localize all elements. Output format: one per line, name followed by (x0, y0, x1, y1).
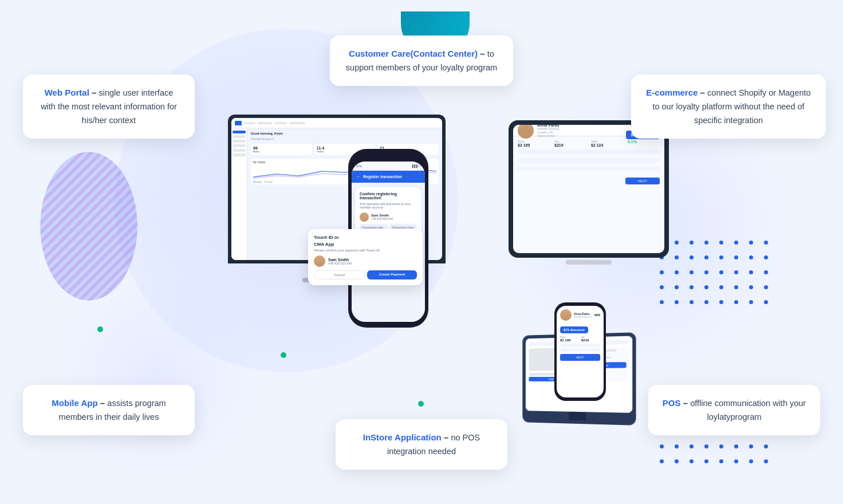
phone-confirm-sub: This operation will add points to your m… (360, 202, 417, 209)
instore-card: InStore Application – no POS integration… (336, 419, 507, 470)
phone-time: 9:41 (356, 164, 362, 168)
db-avg-val: 11.6 min (264, 180, 273, 183)
phone-small-screen: Anna Parks #0409B U320141 695 $75 discou… (557, 306, 604, 397)
db-sidebar-item-3 (233, 140, 246, 143)
ps-discount: $75 discount (560, 326, 588, 333)
popup-user-row: Sam Smith +48 425 533 544 (314, 255, 417, 267)
db-sidebar-item-5 (233, 149, 246, 152)
dashboard-sidebar (231, 128, 247, 260)
db-sidebar-item-6 (233, 153, 246, 156)
crm-price-val: $2 199 (518, 143, 550, 147)
phone-signal-icon: ▐▐▐ ⊓ (411, 164, 420, 168)
ecommerce-card: E-commerce – connect Shopify or Magento … (631, 74, 826, 139)
ps-input-1 (560, 344, 600, 347)
customer-care-title: Customer Care(Contact Center) (349, 49, 478, 58)
mobile-app-card: Mobile App – assists program members in … (23, 385, 195, 435)
popup-avatar (314, 255, 325, 267)
crm-body: Price $2 199 Tax $219 Total $2 124 (513, 136, 664, 188)
web-portal-sep: – (89, 88, 99, 97)
db-stat-active-num: 98 (253, 146, 310, 150)
ps-avatar (560, 309, 572, 321)
ps-points: 695 (594, 313, 600, 317)
phone-back-icon: ← (356, 174, 361, 179)
db-date: Thursday, February 17 (251, 137, 439, 140)
phone-statusbar: 9:41 ▐▐▐ ⊓ (352, 162, 425, 171)
phone-user-row: Sam Smith +48 425 533 544 (360, 212, 417, 222)
crm-input-2 (518, 158, 660, 163)
crm-tax-val: $219 (554, 143, 586, 147)
pos-title: POS (663, 398, 681, 408)
popup-cancel-btn[interactable]: Cancel (314, 270, 365, 279)
svg-point-3 (40, 152, 137, 301)
tablet-screen-inner: Anna Parks #0409B U320141 Country: US St… (513, 125, 664, 253)
green-dot-1 (97, 326, 103, 332)
phone-user-details: Sam Smith +48 425 533 544 (371, 214, 393, 220)
db-logo-icon (235, 121, 242, 125)
tablet-screen: Anna Parks #0409B U320141 Country: US St… (509, 120, 669, 258)
phone-small-mockup: Anna Parks #0409B U320141 695 $75 discou… (554, 302, 606, 401)
instore-title: InStore Application (363, 432, 442, 442)
db-stat-active: 98 Active (251, 144, 312, 155)
pos-sep: – (680, 398, 690, 408)
crm-total-val: $2 124 (591, 143, 623, 147)
ps-input-2 (560, 348, 600, 352)
ecommerce-sep: – (698, 88, 707, 97)
db-sidebar-item-2 (233, 135, 246, 138)
tablet-mockup: Anna Parks #0409B U320141 Country: US St… (509, 120, 669, 265)
phone-user-phone: +48 425 533 544 (371, 217, 393, 220)
phone-header: ← Register transaction (352, 171, 425, 183)
ps-price-row: Price$2 199 Tax$219 (560, 336, 600, 342)
db-greeting: Good morning, Kevin (251, 132, 439, 135)
mobile-app-title: Mobile App (52, 398, 97, 408)
dot-grid-top-right (660, 241, 774, 310)
mobile-app-sep: – (98, 398, 108, 408)
web-portal-title: Web Portal (45, 88, 89, 97)
crm-input-1 (518, 149, 660, 154)
crm-price-field: Price $2 199 (518, 140, 550, 147)
ps-header: Anna Parks #0409B U320141 695 (560, 309, 600, 321)
crm-price-row: Price $2 199 Tax $219 Total $2 124 (518, 140, 660, 147)
pos-desc: offline communication with your loylatyp… (690, 399, 806, 422)
crm-tax-field: Tax $219 (554, 140, 586, 147)
crm-percent-field: 0.1% (628, 140, 660, 147)
crm-avatar (518, 125, 534, 139)
crm-percent-val: 0.1% (628, 140, 660, 144)
instore-sep: – (442, 432, 451, 442)
phone-user-avatar (360, 212, 369, 222)
db-stat-active-label: Active (253, 150, 310, 153)
popup-title: Touch ID or (314, 235, 417, 240)
crm-user-info: Anna Parks #0409B U320141 Country: US St… (537, 125, 560, 137)
phone-small-outer: Anna Parks #0409B U320141 695 $75 discou… (554, 302, 606, 401)
dashboard-topbar (231, 118, 442, 128)
stripe-decoration (37, 146, 140, 306)
web-portal-card: Web Portal – single user interface with … (23, 74, 195, 139)
crm-next-btn[interactable]: NEXT (625, 178, 660, 184)
popup-confirm-btn[interactable]: Create Payment (367, 270, 417, 279)
popup-actions: Cancel Create Payment (314, 270, 417, 279)
customer-care-sep: – (478, 49, 487, 58)
phone-popup-overlay: Touch ID or CMA App Please confirm your … (308, 229, 423, 285)
popup-title-2: CMA App (314, 242, 417, 247)
db-sidebar-item-1 (233, 131, 246, 133)
db-nav-3 (274, 122, 287, 124)
ps-user-info: Anna Parks #0409B U320141 (574, 312, 592, 318)
popup-sub: Please confirm your payment with Touch I… (314, 249, 417, 252)
ps-name: Anna Parks (574, 312, 592, 316)
ps-id: #0409B U320141 (574, 316, 592, 318)
pos-card: POS – offline communication with your lo… (648, 385, 820, 435)
popup-user-info: Sam Smith +48 425 533 544 (328, 258, 352, 265)
popup-user-phone: +48 425 533 544 (328, 262, 352, 265)
phone-small-content: Anna Parks #0409B U320141 695 $75 discou… (557, 306, 604, 397)
pos-stand (569, 412, 586, 421)
ps-tax: Tax$219 (581, 336, 600, 342)
db-nav-1 (244, 122, 255, 124)
customer-care-card: Customer Care(Contact Center) – to suppo… (330, 36, 513, 86)
crm-avatar-img (518, 125, 534, 139)
crm-total-field: Total $2 124 (591, 140, 623, 147)
devices-container: Good morning, Kevin Thursday, February 1… (211, 115, 669, 412)
phone-notch (377, 155, 400, 159)
ps-next-btn[interactable]: NEXT (560, 354, 600, 361)
db-avg-label: Average (253, 180, 262, 183)
db-nav-4 (289, 122, 305, 124)
tablet-base (566, 260, 612, 265)
